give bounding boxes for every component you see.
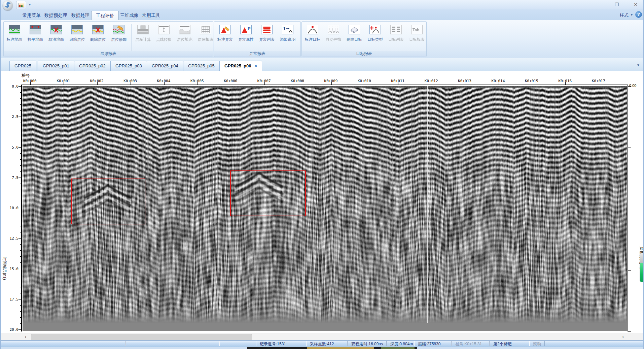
tab-list-dropdown-icon[interactable]: ▼ bbox=[637, 63, 640, 67]
svg-text:Tab: Tab bbox=[413, 28, 419, 32]
ribbon-button-label: 异常列表 bbox=[257, 37, 277, 42]
edge-slider[interactable] bbox=[640, 253, 644, 282]
anomaly-property-icon: P bbox=[240, 25, 252, 35]
ribbon-button-annotate-ground[interactable]: 标注地面 bbox=[4, 23, 25, 50]
status-bar: 记录道号:1531采样点数:412双程走时:16.09ns深度:0.804m振幅… bbox=[1, 340, 643, 347]
time-minor-tick bbox=[20, 110, 22, 111]
time-minor-tick bbox=[20, 165, 22, 166]
status-separator bbox=[347, 341, 348, 346]
ribbon-button-label: 层厚计算 bbox=[133, 37, 153, 42]
ribbon-button-trace-layer[interactable]: 追踪层位 bbox=[67, 23, 87, 50]
trace-layer-icon bbox=[71, 25, 83, 35]
ribbon-button-label: 标注目标 bbox=[302, 37, 323, 42]
station-label: K0+017 bbox=[592, 79, 605, 83]
time-minor-tick bbox=[20, 250, 22, 251]
document-tab-gpr025_p06[interactable]: GPR025_p06× bbox=[219, 61, 262, 71]
target-list-icon bbox=[390, 25, 402, 35]
ribbon-button-label: 取消地面 bbox=[46, 37, 66, 42]
auto-search-icon bbox=[327, 25, 339, 35]
time-tick-label: 17.5 bbox=[5, 297, 19, 302]
status-separator bbox=[489, 341, 490, 346]
station-tick bbox=[131, 82, 131, 85]
station-label: K0+000 bbox=[23, 79, 37, 83]
ribbon-button-label: 点线转换 bbox=[154, 37, 174, 42]
ribbon-button-label: 层位修饰 bbox=[109, 37, 129, 42]
station-label: K0+009 bbox=[324, 79, 338, 83]
station-label: K0+015 bbox=[525, 79, 538, 83]
time-minor-tick bbox=[20, 104, 22, 105]
ribbon-button-flatten-ground[interactable]: 拉平地面 bbox=[25, 23, 45, 50]
menu-tab-3[interactable]: 数据处理 bbox=[67, 11, 94, 20]
style-menu[interactable]: 样式 bbox=[620, 12, 629, 18]
ribbon-button-layer-decorate[interactable]: 层位修饰 bbox=[109, 23, 129, 50]
time-minor-tick bbox=[20, 256, 22, 257]
document-tab-bar: GPR025GPR025_p01GPR025_p02GPR025_p03GPR0… bbox=[1, 58, 643, 71]
time-minor-tick bbox=[20, 129, 22, 129]
station-tick bbox=[97, 82, 98, 85]
time-major-tick bbox=[19, 329, 22, 330]
ribbon-button-delete-target[interactable]: 删除目标 bbox=[344, 23, 364, 50]
scrollbar-thumb[interactable] bbox=[31, 334, 252, 341]
ribbon-tab-bar: 常用菜单数据预处理数据处理工程评价三维成像常用工具 样式 ▼ ? bbox=[1, 9, 643, 21]
document-tab-gpr025_p04[interactable]: GPR025_p04 bbox=[147, 61, 183, 71]
ribbon-button-mark-anomaly[interactable]: 标注异常 bbox=[215, 23, 235, 50]
help-icon[interactable]: ? bbox=[635, 11, 642, 18]
ribbon-button-label: 异常属性 bbox=[236, 37, 256, 42]
svg-text:T: T bbox=[283, 26, 286, 31]
menu-tab-4[interactable]: 工程评价 bbox=[91, 11, 119, 20]
ribbon-group-1: 标注地面拉平地面取消地面追踪层位删除层位层位修饰层厚计算点线转换层位填充层厚报表… bbox=[3, 21, 213, 57]
ribbon-button-auto-search: 自动寻找 bbox=[323, 23, 344, 50]
scroll-left-icon[interactable]: ‹ bbox=[22, 334, 30, 340]
station-label: K0+006 bbox=[224, 79, 237, 83]
status-separator bbox=[544, 341, 545, 346]
add-note-icon: T bbox=[282, 25, 294, 35]
time-major-tick bbox=[19, 178, 22, 178]
mark-anomaly-icon bbox=[219, 25, 231, 35]
restore-button[interactable]: ❐ bbox=[611, 2, 622, 8]
time-minor-tick bbox=[20, 232, 22, 232]
ribbon-button-label: 添加说明 bbox=[278, 37, 298, 42]
time-tick-label: 12.5 bbox=[5, 236, 19, 241]
document-tab-gpr025_p05[interactable]: GPR025_p05 bbox=[183, 61, 220, 71]
status-item-7: 第2个标记 bbox=[493, 341, 512, 347]
ribbon-button-anomaly-property[interactable]: P异常属性 bbox=[236, 23, 256, 50]
time-major-tick bbox=[19, 238, 22, 239]
document-tab-gpr025_p02[interactable]: GPR025_p02 bbox=[74, 61, 111, 71]
delete-layer-icon bbox=[92, 25, 104, 35]
station-tick bbox=[365, 82, 365, 85]
station-tick bbox=[532, 82, 532, 85]
flatten-ground-icon bbox=[29, 25, 41, 35]
ribbon-button-anomaly-list[interactable]: 异常列表 bbox=[257, 23, 277, 50]
menu-tab-6[interactable]: 常用工具 bbox=[138, 11, 165, 20]
document-tab-gpr025_p01[interactable]: GPR025_p01 bbox=[38, 61, 74, 71]
ribbon-button-mark-target[interactable]: 标注目标 bbox=[302, 23, 323, 50]
station-label: K0+004 bbox=[157, 79, 171, 83]
ribbon-button-label: 目标列表 bbox=[386, 37, 406, 42]
ribbon-button-layer-fill: 层位填充 bbox=[175, 23, 195, 50]
ribbon-button-point-line-convert: 点线转换 bbox=[154, 23, 174, 50]
ribbon-button-target-type[interactable]: 目标类型 bbox=[365, 23, 385, 50]
style-dropdown-icon[interactable]: ▼ bbox=[630, 13, 633, 17]
title-bar: ▾ – ❐ ✕ bbox=[1, 0, 643, 9]
close-button[interactable]: ✕ bbox=[630, 2, 641, 8]
station-tick bbox=[465, 82, 465, 85]
ribbon-button-target-report: Tab目标报表 bbox=[407, 23, 427, 50]
ribbon-button-cancel-ground[interactable]: 取消地面 bbox=[46, 23, 66, 50]
document-tab-gpr025[interactable]: GPR025 bbox=[9, 61, 36, 71]
ribbon-button-delete-layer[interactable]: 删除层位 bbox=[88, 23, 108, 50]
quick-access-image-button[interactable] bbox=[16, 1, 26, 9]
depth-tick bbox=[628, 148, 631, 148]
horizontal-scrollbar[interactable]: ‹ › bbox=[1, 333, 643, 341]
scroll-right-icon[interactable]: › bbox=[619, 334, 627, 340]
status-separator bbox=[386, 341, 387, 346]
ribbon-button-add-note[interactable]: T添加说明 bbox=[278, 23, 298, 50]
time-major-tick bbox=[19, 208, 22, 208]
app-logo-icon[interactable] bbox=[3, 0, 13, 10]
quick-access-dropdown-icon[interactable]: ▾ bbox=[29, 3, 31, 6]
tab-close-icon[interactable]: × bbox=[255, 63, 257, 68]
minimize-button[interactable]: – bbox=[592, 2, 604, 8]
time-minor-tick bbox=[20, 275, 22, 275]
document-tab-gpr025_p03[interactable]: GPR025_p03 bbox=[110, 61, 147, 71]
anomaly-list-icon bbox=[261, 25, 273, 35]
time-minor-tick bbox=[20, 244, 22, 245]
